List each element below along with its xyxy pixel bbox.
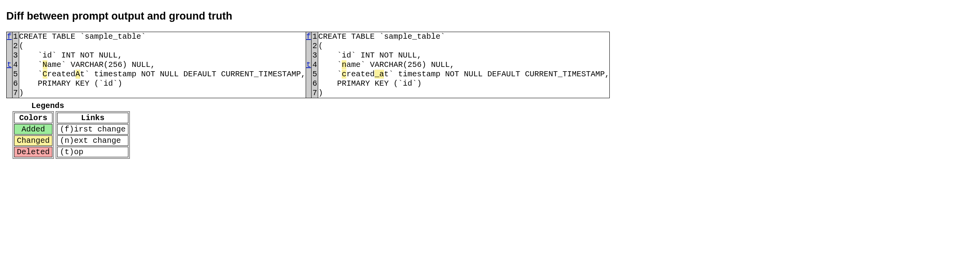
legend-links-table: Links (f)irst change(n)ext change(t)op	[56, 111, 130, 159]
diff-changed-span: A	[76, 70, 80, 79]
diff-nav-link[interactable]: f	[7, 32, 12, 41]
diff-row: t4 `name` VARCHAR(256) NULL,	[306, 60, 610, 70]
diff-row: 7)	[306, 88, 610, 98]
legend-color-cell: Added	[14, 124, 52, 135]
diff-line-number: 3	[312, 51, 318, 60]
diff-row: 3 `id` INT NOT NULL,	[306, 51, 610, 60]
diff-left-table: f1CREATE TABLE `sample_table` 2( 3 `id` …	[7, 32, 306, 98]
diff-line-number: 5	[312, 70, 318, 79]
diff-row: 3 `id` INT NOT NULL,	[7, 51, 306, 60]
diff-code-cell: )	[19, 88, 306, 98]
diff-line-number: 6	[312, 79, 318, 88]
diff-code-cell: `Name` VARCHAR(256) NULL,	[19, 60, 306, 70]
diff-container: f1CREATE TABLE `sample_table` 2( 3 `id` …	[6, 32, 974, 98]
diff-row: f1CREATE TABLE `sample_table`	[7, 32, 306, 41]
diff-code-cell: CREATE TABLE `sample_table`	[318, 32, 610, 41]
diff-code-cell: (	[19, 41, 306, 51]
diff-gutter-link-cell	[306, 79, 312, 88]
diff-line-number: 7	[12, 88, 19, 98]
diff-row: 6 PRIMARY KEY (`id`)	[7, 79, 306, 88]
diff-gutter-link-cell	[7, 51, 12, 60]
legend-colors-header: Colors	[14, 113, 52, 123]
diff-gutter-link-cell	[7, 88, 12, 98]
legend-colors-table: Colors AddedChangedDeleted	[13, 111, 54, 159]
diff-gutter-link-cell: t	[7, 60, 12, 70]
diff-row: t4 `Name` VARCHAR(256) NULL,	[7, 60, 306, 70]
diff-code-cell: PRIMARY KEY (`id`)	[19, 79, 306, 88]
diff-gutter-link-cell	[306, 88, 312, 98]
diff-left-side: f1CREATE TABLE `sample_table` 2( 3 `id` …	[6, 32, 306, 98]
diff-gutter-link-cell: f	[306, 32, 312, 41]
diff-gutter-link-cell: t	[306, 60, 312, 70]
diff-code-cell: CREATE TABLE `sample_table`	[19, 32, 306, 41]
diff-gutter-link-cell	[7, 70, 12, 79]
diff-changed-span: _a	[375, 70, 384, 79]
diff-gutter-link-cell	[7, 79, 12, 88]
diff-code-cell: )	[318, 88, 610, 98]
diff-right-table: f1CREATE TABLE `sample_table` 2( 3 `id` …	[306, 32, 610, 98]
diff-code-cell: `id` INT NOT NULL,	[318, 51, 610, 60]
diff-row: 5 `CreatedAt` timestamp NOT NULL DEFAULT…	[7, 70, 306, 79]
diff-line-number: 2	[312, 41, 318, 51]
diff-row: 6 PRIMARY KEY (`id`)	[306, 79, 610, 88]
legends-title: Legends	[31, 101, 974, 110]
legend-links-header: Links	[57, 113, 128, 123]
diff-row: 7)	[7, 88, 306, 98]
diff-line-number: 3	[12, 51, 19, 60]
diff-line-number: 5	[12, 70, 19, 79]
diff-row: 5 `created_at` timestamp NOT NULL DEFAUL…	[306, 70, 610, 79]
diff-gutter-link-cell: f	[7, 32, 12, 41]
diff-nav-link[interactable]: t	[306, 60, 311, 69]
diff-nav-link[interactable]: f	[306, 32, 311, 41]
diff-code-cell: `name` VARCHAR(256) NULL,	[318, 60, 610, 70]
diff-code-cell: `CreatedAt` timestamp NOT NULL DEFAULT C…	[19, 70, 306, 79]
legend-color-cell: Changed	[14, 135, 52, 146]
diff-code-cell: (	[318, 41, 610, 51]
page-title: Diff between prompt output and ground tr…	[6, 10, 974, 22]
diff-line-number: 1	[12, 32, 19, 41]
diff-gutter-link-cell	[306, 41, 312, 51]
diff-changed-span: c	[342, 70, 346, 79]
legends-section: Legends Colors AddedChangedDeleted Links…	[13, 101, 974, 159]
diff-line-number: 4	[312, 60, 318, 70]
diff-line-number: 7	[312, 88, 318, 98]
diff-gutter-link-cell	[306, 51, 312, 60]
legend-link-cell: (f)irst change	[57, 124, 128, 135]
diff-code-cell: `created_at` timestamp NOT NULL DEFAULT …	[318, 70, 610, 79]
diff-changed-span: N	[43, 60, 47, 69]
legend-link-cell: (t)op	[57, 147, 128, 157]
diff-line-number: 6	[12, 79, 19, 88]
diff-row: f1CREATE TABLE `sample_table`	[306, 32, 610, 41]
diff-changed-span: n	[342, 60, 346, 69]
diff-row: 2(	[306, 41, 610, 51]
diff-code-cell: `id` INT NOT NULL,	[19, 51, 306, 60]
legend-color-cell: Deleted	[14, 147, 52, 157]
diff-right-side: f1CREATE TABLE `sample_table` 2( 3 `id` …	[306, 32, 610, 98]
diff-code-cell: PRIMARY KEY (`id`)	[318, 79, 610, 88]
diff-line-number: 2	[12, 41, 19, 51]
diff-row: 2(	[7, 41, 306, 51]
diff-line-number: 1	[312, 32, 318, 41]
diff-nav-link[interactable]: t	[7, 60, 12, 69]
diff-line-number: 4	[12, 60, 19, 70]
diff-changed-span: C	[43, 70, 47, 79]
diff-gutter-link-cell	[7, 41, 12, 51]
legend-link-cell: (n)ext change	[57, 135, 128, 146]
diff-gutter-link-cell	[306, 70, 312, 79]
